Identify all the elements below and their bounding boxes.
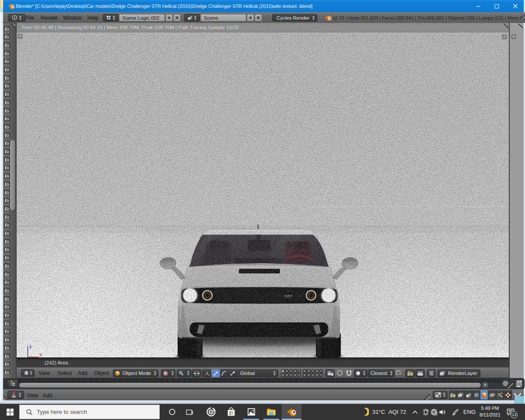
render-camera-button[interactable]	[4, 304, 10, 309]
render-camera-button[interactable]	[4, 116, 10, 121]
render-camera-button[interactable]	[4, 26, 10, 31]
render-camera-button[interactable]	[4, 337, 10, 342]
render-camera-button[interactable]	[4, 42, 10, 47]
layer-toggle[interactable]	[303, 369, 307, 373]
properties-tab-constraints[interactable]	[488, 390, 496, 399]
scene-add-button[interactable]	[247, 14, 254, 21]
layer-toggle[interactable]	[298, 373, 301, 377]
pinned-app-store[interactable]	[221, 404, 241, 420]
pivot-point-select[interactable]	[177, 369, 191, 377]
render-camera-button[interactable]	[4, 84, 10, 88]
menu-view[interactable]: View	[38, 370, 50, 376]
mode-select[interactable]: Object Mode	[113, 369, 158, 377]
properties-tab-scene[interactable]	[465, 390, 472, 399]
render-camera-button[interactable]	[4, 198, 10, 203]
layer-toggle[interactable]	[289, 369, 293, 373]
editor-type-button-3dview[interactable]	[21, 369, 35, 377]
render-camera-button[interactable]	[4, 59, 10, 64]
editor-type-button-logic[interactable]	[7, 391, 24, 399]
menu-select[interactable]: Select	[57, 370, 72, 376]
layer-toggle[interactable]	[319, 373, 323, 377]
render-camera-button[interactable]	[4, 149, 10, 154]
layer-toggle[interactable]	[319, 369, 323, 373]
render-camera-button[interactable]	[4, 100, 10, 105]
render-engine-select[interactable]: Cycles Render	[272, 14, 317, 21]
viewport-3d[interactable]: SRT	[17, 23, 509, 357]
render-camera-button[interactable]	[4, 370, 10, 374]
app-file-explorer[interactable]	[262, 404, 281, 420]
render-camera-button[interactable]	[4, 239, 10, 244]
layer-toggle[interactable]	[289, 373, 293, 377]
render-camera-button[interactable]	[4, 247, 10, 252]
menu-render[interactable]: Render	[41, 15, 58, 21]
render-camera-button[interactable]	[4, 190, 10, 195]
render-camera-button[interactable]	[4, 263, 10, 268]
render-camera-button[interactable]	[4, 141, 10, 146]
layers-group-2[interactable]	[303, 369, 323, 378]
render-camera-button[interactable]	[4, 124, 10, 129]
layer-toggle[interactable]	[315, 373, 319, 377]
panel-expand-button[interactable]: +	[511, 34, 516, 39]
layer-toggle[interactable]	[285, 373, 289, 377]
horizontal-scrollbar[interactable]	[19, 382, 481, 388]
npanel-expand-button[interactable]: +	[502, 34, 507, 39]
start-button[interactable]	[2, 404, 18, 420]
layer-toggle[interactable]	[298, 369, 301, 373]
layer-toggle[interactable]	[315, 369, 319, 373]
render-camera-button[interactable]	[4, 345, 10, 350]
properties-tab-render[interactable]	[449, 390, 457, 399]
left-strip-scrollbar-thumb[interactable]	[10, 140, 15, 210]
tray-pen[interactable]	[451, 404, 460, 420]
properties-tab-render-layers[interactable]	[457, 390, 465, 399]
render-camera-button[interactable]	[4, 329, 10, 334]
snap-element-select[interactable]	[354, 369, 367, 377]
layer-toggle[interactable]	[293, 369, 297, 373]
corner-resize-widget[interactable]	[503, 24, 508, 29]
weather-aqi[interactable]: AQI 72	[388, 409, 406, 415]
render-camera-button[interactable]	[4, 92, 10, 97]
render-camera-button[interactable]	[4, 165, 10, 170]
properties-tab-texture[interactable]	[504, 390, 512, 399]
viewport-shading-select[interactable]	[161, 369, 175, 377]
layers-group-1[interactable]	[281, 369, 301, 378]
render-camera-button[interactable]	[4, 67, 10, 72]
render-camera-button[interactable]	[4, 354, 10, 358]
scene-browse-button[interactable]	[184, 14, 200, 21]
scale-widget-button[interactable]	[228, 370, 237, 377]
render-camera-button[interactable]	[4, 296, 10, 301]
corner-resize-widget[interactable]	[423, 393, 430, 400]
manipulator-toggle[interactable]	[192, 369, 201, 377]
layer-toggle[interactable]	[311, 369, 315, 373]
minimize-button[interactable]	[469, 0, 487, 12]
language-indicator[interactable]: ENG	[463, 409, 476, 415]
tray-network[interactable]	[429, 404, 438, 420]
render-camera-button[interactable]	[4, 182, 10, 186]
render-camera-button[interactable]	[4, 280, 10, 285]
tray-your-phone[interactable]	[421, 404, 430, 420]
toolshelf-expand-button[interactable]: +	[18, 34, 23, 39]
lock-to-scene-button[interactable]	[326, 369, 335, 377]
corner-resize-widget[interactable]	[518, 14, 525, 20]
menu-file[interactable]: File	[26, 15, 34, 21]
properties-tab-world[interactable]	[472, 390, 480, 399]
layer-toggle[interactable]	[281, 369, 285, 373]
menu-object[interactable]: Object	[94, 370, 109, 376]
layer-toggle[interactable]	[311, 373, 315, 377]
render-camera-button[interactable]	[4, 108, 10, 113]
render-layer-select[interactable]: RenderLayer	[438, 369, 480, 377]
app-photos[interactable]	[242, 404, 261, 420]
render-camera-button[interactable]	[4, 174, 10, 178]
close-button[interactable]	[506, 0, 525, 12]
weather-temp[interactable]: 31°C	[372, 409, 385, 415]
axis-widget-button[interactable]	[203, 370, 211, 377]
cortana-button[interactable]	[163, 404, 181, 420]
tray-expand-button[interactable]	[410, 404, 420, 420]
menu-add[interactable]: Add	[78, 370, 87, 376]
opengl-animation-button[interactable]	[415, 369, 425, 377]
translate-widget-button[interactable]	[211, 369, 220, 377]
layer-toggle[interactable]	[307, 373, 311, 377]
render-camera-button[interactable]	[4, 214, 10, 219]
opengl-render-button[interactable]	[405, 369, 415, 377]
orientation-select[interactable]: Global	[240, 371, 255, 376]
menu-add[interactable]: Add	[43, 392, 52, 399]
